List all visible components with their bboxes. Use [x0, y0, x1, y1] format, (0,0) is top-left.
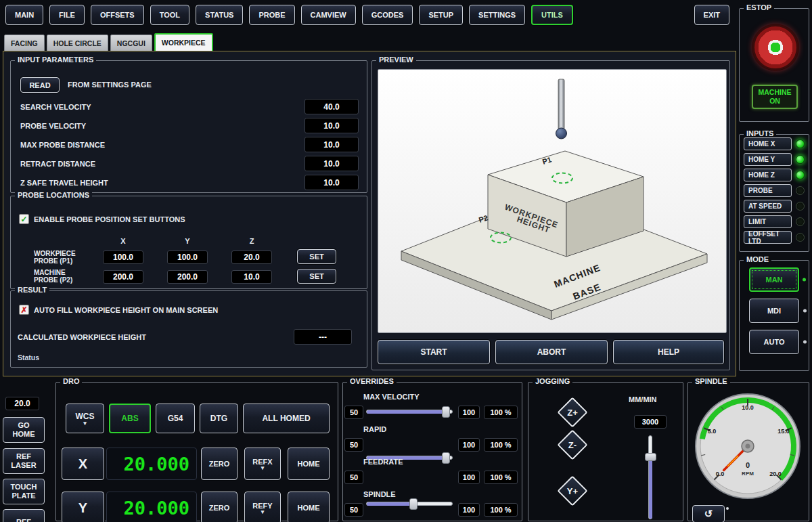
jog-speed-slider[interactable]	[644, 435, 657, 519]
search-velocity-label: SEARCH VELOCITY	[20, 103, 91, 111]
home-x-led	[796, 139, 805, 148]
x-ref-button[interactable]: REFX▾	[244, 448, 281, 480]
search-velocity-value[interactable]: 40.0	[304, 99, 359, 114]
feedrate-slider-handle[interactable]	[409, 498, 418, 510]
max-probe-distance-value[interactable]: 10.0	[304, 137, 359, 152]
nav-tool-button[interactable]: TOOL	[150, 5, 189, 25]
wcs-dropdown-arrow-icon: ▾	[83, 421, 87, 425]
p1-y-value[interactable]: 100.0	[167, 251, 208, 264]
p2-z-value[interactable]: 10.0	[231, 270, 272, 284]
all-homed-button[interactable]: ALL HOMED	[243, 404, 330, 433]
estop-button[interactable]	[752, 24, 798, 70]
x-zero-button[interactable]: ZERO	[201, 448, 238, 480]
input-home-z: HOME Z	[744, 169, 792, 181]
spindle-ovr-label: SPINDLE	[363, 490, 396, 498]
nav-utils-button[interactable]: UTILS	[531, 5, 573, 25]
p1-set-button[interactable]: SET	[297, 249, 336, 264]
topbar: MAIN FILE OFFSETS TOOL STATUS PROBE CAMV…	[0, 0, 738, 30]
x-dro-display: 20.000	[106, 448, 197, 480]
autofill-checkbox[interactable]: ✗	[19, 305, 29, 315]
estop-group-title: ESTOP	[744, 3, 774, 12]
laser-offset-value[interactable]: 20.0	[5, 397, 39, 410]
jog-speed-value[interactable]: 3000	[634, 415, 667, 429]
input-at-speed: AT SPEED	[744, 200, 792, 213]
max-velocity-slider[interactable]	[366, 405, 453, 418]
nav-main-button[interactable]: MAIN	[5, 5, 43, 25]
g54-button[interactable]: G54	[156, 404, 195, 433]
feedrate-slider[interactable]	[366, 497, 453, 510]
p1-z-value[interactable]: 20.0	[231, 251, 272, 264]
jog-z-plus-button[interactable]: Z+	[556, 396, 589, 429]
tab-facing[interactable]: FACING	[4, 35, 45, 52]
machine-probe-row-label: MACHINEPROBE (P2)	[34, 269, 72, 284]
abort-button[interactable]: ABORT	[495, 340, 608, 364]
home-y-led	[796, 155, 805, 164]
svg-text:10.0: 10.0	[742, 404, 754, 411]
probe-velocity-value[interactable]: 10.0	[304, 118, 359, 133]
spindle-ccw-led	[726, 507, 729, 510]
wcs-button[interactable]: WCS▾	[66, 404, 104, 433]
help-button[interactable]: HELP	[613, 340, 724, 364]
nav-file-button[interactable]: FILE	[49, 5, 85, 25]
rapid-slider-handle[interactable]	[442, 452, 450, 464]
y-ref-button[interactable]: REFY▾	[244, 492, 281, 522]
ref-laser-button[interactable]: REFLASER	[3, 448, 45, 474]
input-limit: LIMIT	[744, 215, 792, 228]
spindle-ccw-button[interactable]: ↺	[692, 505, 725, 522]
exit-button[interactable]: EXIT	[694, 5, 729, 25]
preview-illustration: WORKPIECE HEIGHT MACHINE BASE P1 P2	[378, 70, 726, 332]
read-button[interactable]: READ	[20, 77, 60, 93]
jogging-title: JOGGING	[533, 377, 572, 385]
mdi-indicator-dot	[803, 309, 807, 313]
jog-unit-label: MM/MIN	[629, 395, 657, 404]
jog-speed-slider-handle[interactable]	[645, 453, 656, 461]
nav-offsets-button[interactable]: OFFSETS	[91, 5, 144, 25]
mode-mdi-button[interactable]: MDI	[749, 299, 799, 323]
nav-gcodes-button[interactable]: GCODES	[362, 5, 413, 25]
max-velocity-pct: 100 %	[484, 406, 518, 419]
mode-man-button[interactable]: MAN	[749, 267, 799, 292]
nav-setup-button[interactable]: SETUP	[419, 5, 463, 25]
enable-probe-checkbox[interactable]: ✓	[19, 214, 29, 224]
tab-hole-circle[interactable]: HOLE CIRCLE	[47, 35, 108, 52]
estop-group: ESTOP MACHINEON	[739, 8, 809, 122]
rapid-max: 100	[458, 438, 480, 452]
tab-ngcgui[interactable]: NGCGUI	[110, 35, 152, 52]
spindle-ccw-icon: ↺	[704, 508, 713, 520]
spindle-ovr-min: 50	[344, 503, 363, 517]
max-velocity-slider-handle[interactable]	[442, 406, 450, 418]
feedrate-max: 100	[458, 471, 480, 484]
p2-y-value[interactable]: 200.0	[167, 270, 208, 284]
y-zero-button[interactable]: ZERO	[201, 492, 238, 522]
max-velocity-max: 100	[458, 406, 480, 419]
axis-y-button[interactable]: Y	[62, 492, 104, 522]
ref-button[interactable]: REF	[3, 509, 45, 522]
rapid-min: 50	[344, 438, 363, 452]
tab-workpiece[interactable]: WORKPIECE	[154, 33, 213, 52]
nav-probe-button[interactable]: PROBE	[249, 5, 294, 25]
retract-distance-value[interactable]: 10.0	[304, 156, 359, 171]
jog-y-plus-button[interactable]: Y+	[556, 475, 589, 507]
autofill-label: AUTO FILL WORKPIECE HEIGHT ON MAIN SCREE…	[34, 306, 218, 314]
p2-set-button[interactable]: SET	[297, 269, 336, 284]
go-home-button[interactable]: GOHOME	[3, 417, 45, 443]
p2-x-value[interactable]: 200.0	[103, 270, 143, 284]
nav-status-button[interactable]: STATUS	[196, 5, 243, 25]
p1-x-value[interactable]: 100.0	[103, 251, 143, 264]
start-button[interactable]: START	[378, 340, 490, 364]
touch-plate-button[interactable]: TOUCHPLATE	[3, 479, 45, 504]
dtg-button[interactable]: DTG	[200, 404, 238, 433]
x-home-button[interactable]: HOME	[288, 448, 330, 480]
refx-dropdown-arrow-icon: ▾	[261, 466, 265, 470]
y-home-button[interactable]: HOME	[288, 492, 330, 522]
machine-on-button[interactable]: MACHINEON	[752, 85, 798, 109]
nav-camview-button[interactable]: CAMVIEW	[301, 5, 356, 25]
abs-button[interactable]: ABS	[109, 404, 151, 433]
nav-settings-button[interactable]: SETTINGS	[469, 5, 525, 25]
z-safe-travel-value[interactable]: 10.0	[304, 175, 359, 190]
gauge-value: 0	[746, 461, 750, 469]
mode-auto-button[interactable]: AUTO	[749, 330, 799, 354]
axis-x-button[interactable]: X	[62, 448, 104, 480]
spindle-ovr-max: 100	[458, 503, 480, 517]
jog-z-minus-button[interactable]: Z-	[556, 429, 589, 461]
